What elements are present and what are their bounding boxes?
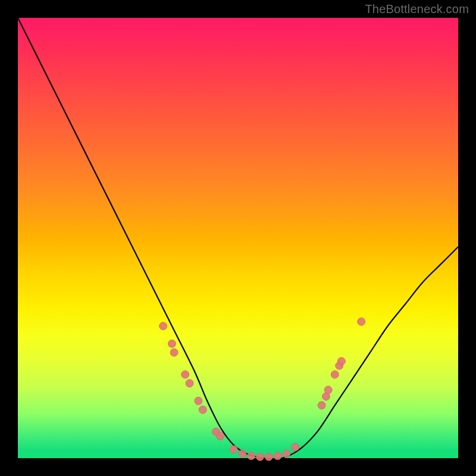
marker-point	[283, 450, 290, 458]
marker-point	[181, 371, 189, 378]
plot-area	[18, 18, 458, 458]
curve-svg	[18, 18, 458, 458]
highlighted-points	[159, 318, 365, 461]
marker-point	[256, 453, 264, 461]
marker-point	[292, 443, 299, 451]
marker-point	[248, 452, 255, 460]
marker-point	[159, 322, 167, 330]
marker-point	[230, 446, 237, 453]
marker-point	[217, 433, 224, 440]
marker-point	[337, 358, 345, 365]
marker-point	[274, 452, 281, 460]
marker-point	[358, 318, 365, 325]
bottleneck-curve	[18, 18, 458, 459]
watermark-text: TheBottleneck.com	[365, 2, 469, 16]
marker-point	[324, 386, 332, 394]
marker-point	[239, 450, 246, 458]
marker-point	[265, 453, 273, 461]
chart-frame: TheBottleneck.com	[0, 0, 476, 476]
marker-point	[331, 371, 339, 378]
marker-point	[186, 380, 193, 387]
marker-point	[168, 340, 176, 347]
marker-point	[318, 402, 325, 409]
marker-point	[195, 397, 202, 405]
marker-point	[199, 406, 206, 414]
marker-point	[170, 349, 178, 356]
